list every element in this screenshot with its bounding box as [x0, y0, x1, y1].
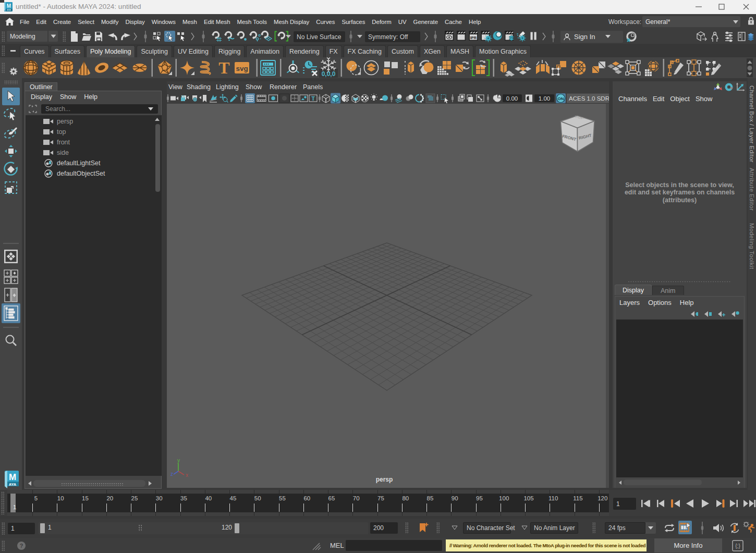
svg-text:0.00: 0.00	[506, 95, 518, 102]
svg-text:ON: ON	[558, 96, 564, 101]
svg-text:0,0,0: 0,0,0	[322, 70, 336, 78]
svg-text:svg: svg	[236, 65, 248, 72]
svg-text:{;}: {;}	[735, 543, 740, 549]
svg-text:AYA: AYA	[7, 9, 11, 11]
svg-text:IPR: IPR	[470, 35, 477, 40]
svg-text:1.00: 1.00	[539, 95, 550, 102]
svg-text:ACES 1.0 SDR-v: ACES 1.0 SDR-v	[569, 95, 609, 102]
svg-text:M: M	[9, 472, 16, 482]
svg-text:M: M	[7, 3, 11, 9]
svg-text:T: T	[218, 58, 229, 77]
svg-text:y: y	[177, 458, 180, 463]
svg-text:AYA: AYA	[9, 482, 17, 487]
svg-text:T: T	[311, 95, 315, 102]
svg-text:?: ?	[20, 543, 23, 549]
